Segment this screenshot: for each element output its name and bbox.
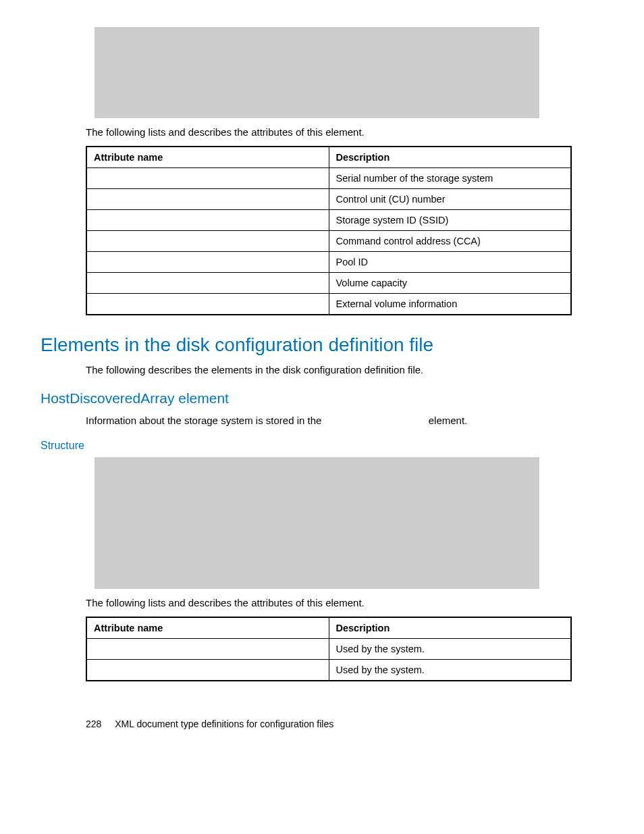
section-body: The following describes the elements in …	[86, 364, 603, 375]
code-block-placeholder	[95, 27, 539, 118]
intro-text-1: The following lists and describes the at…	[86, 126, 603, 138]
footer-title: XML document type definitions for config…	[115, 719, 333, 729]
cell-attr	[86, 252, 329, 273]
cell-desc: External volume information	[329, 294, 571, 315]
table-row: Storage system ID (SSID)	[86, 210, 571, 231]
table-row: External volume information	[86, 294, 571, 315]
cell-desc: Storage system ID (SSID)	[329, 210, 571, 231]
cell-attr	[86, 189, 329, 210]
cell-desc: Control unit (CU) number	[329, 189, 571, 210]
cell-attr	[86, 210, 329, 231]
structure-title: Structure	[41, 440, 603, 452]
attributes-table-1: Attribute name Description Serial number…	[86, 146, 572, 315]
cell-desc: Serial number of the storage system	[329, 168, 571, 189]
table-header-attr: Attribute name	[86, 147, 329, 168]
intro-text-2: The following lists and describes the at…	[86, 597, 603, 608]
table-row: Serial number of the storage system	[86, 168, 571, 189]
subsection-body: Information about the storage system is …	[86, 415, 603, 426]
subsection-body-post: element.	[429, 415, 468, 426]
cell-attr	[86, 294, 329, 315]
cell-attr	[86, 231, 329, 252]
cell-attr	[86, 639, 329, 660]
page-footer: 228 XML document type definitions for co…	[86, 719, 603, 729]
section-title: Elements in the disk configuration defin…	[41, 334, 603, 356]
cell-desc: Volume capacity	[329, 273, 571, 294]
attributes-table-2: Attribute name Description Used by the s…	[86, 617, 572, 681]
table-header-attr: Attribute name	[86, 617, 329, 639]
table-row: Used by the system.	[86, 639, 571, 660]
cell-attr	[86, 273, 329, 294]
cell-attr	[86, 660, 329, 681]
cell-attr	[86, 168, 329, 189]
code-block-placeholder-2	[95, 457, 539, 589]
cell-desc: Used by the system.	[329, 660, 571, 681]
cell-desc: Pool ID	[329, 252, 571, 273]
table-row: Control unit (CU) number	[86, 189, 571, 210]
cell-desc: Command control address (CCA)	[329, 231, 571, 252]
page-number: 228	[86, 719, 101, 729]
table-header-desc: Description	[329, 147, 571, 168]
table-row: Command control address (CCA)	[86, 231, 571, 252]
cell-desc: Used by the system.	[329, 639, 571, 660]
table-row: Used by the system.	[86, 660, 571, 681]
subsection-body-pre: Information about the storage system is …	[86, 415, 325, 426]
table-header-desc: Description	[329, 617, 571, 639]
subsection-title: HostDiscoveredArray element	[41, 390, 603, 407]
table-row: Pool ID	[86, 252, 571, 273]
table-row: Volume capacity	[86, 273, 571, 294]
